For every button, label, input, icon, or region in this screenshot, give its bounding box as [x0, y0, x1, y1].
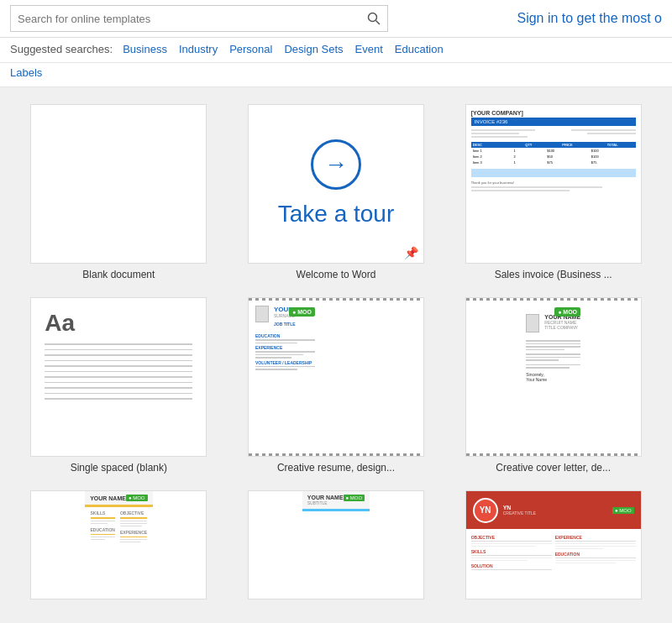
moo-badge: ● MOO — [289, 307, 315, 317]
yn-right: EXPERIENCE EDUCATION — [555, 532, 636, 595]
moo-badge-yn: ● MOO — [612, 507, 634, 514]
template-thumb-cover-moo: ● MOO YOUR NAME RECRUIT NAMETITLE COMPAN… — [465, 297, 642, 457]
yn-header: YN YN CREATIVE TITLE ● MOO — [466, 491, 641, 529]
template-item-blue-moo[interactable]: YOUR NAME SUBTITLE ● MOO — [234, 490, 438, 599]
suggested-link-design-sets[interactable]: Design Sets — [284, 43, 343, 55]
template-item-blank[interactable]: Blank document — [17, 104, 221, 280]
template-item-single[interactable]: Aa Single spaced (blank) — [17, 297, 221, 474]
resume-photo — [255, 306, 269, 322]
template-item-tour[interactable]: → Take a tour 📌 Welcome to Word — [234, 104, 438, 280]
yn-subname: CREATIVE TITLE — [503, 510, 537, 516]
template-thumb-invoice: [YOUR COMPANY] INVOICE #236 — [465, 104, 642, 264]
template-item-yn-resume[interactable]: YN YN CREATIVE TITLE ● MOO OBJECTIVE SKI… — [451, 490, 655, 599]
search-button[interactable] — [367, 12, 381, 25]
yn-section-experience: EXPERIENCE — [555, 535, 636, 540]
section-label-experience: EXPERIENCE — [255, 345, 315, 350]
header-bar: Sign in to get the most o — [0, 0, 672, 38]
yn-section-solution: SOLUTION — [471, 563, 552, 568]
pin-icon: 📌 — [404, 246, 418, 259]
template-name-resume-moo: Creative resume, design... — [277, 462, 395, 474]
yn-body: OBJECTIVE SKILLS SOLUTION EXPERIENCE — [466, 529, 641, 599]
template-thumb-blue-moo: YOUR NAME SUBTITLE ● MOO — [248, 490, 424, 599]
template-item-resume-moo[interactable]: ● MOO YOUR NAME SURNAME JOB TITLE EDUCAT… — [234, 297, 438, 474]
suggested-link-education[interactable]: Education — [395, 43, 444, 55]
template-item-cover-moo[interactable]: ● MOO YOUR NAME RECRUIT NAMETITLE COMPAN… — [451, 297, 655, 474]
template-name-blank: Blank document — [82, 269, 155, 280]
template-name-cover-moo: Creative cover letter, de... — [496, 462, 611, 474]
template-name-invoice: Sales invoice (Business ... — [495, 269, 612, 280]
template-thumb-yn-resume: YN YN CREATIVE TITLE ● MOO OBJECTIVE SKI… — [465, 490, 642, 599]
labels-row: Labels — [0, 63, 672, 87]
resume-border-bottom — [249, 453, 423, 456]
suggested-label: Suggested searches: — [10, 43, 113, 55]
suggested-link-personal[interactable]: Personal — [229, 43, 272, 55]
yn-left: OBJECTIVE SKILLS SOLUTION — [471, 532, 552, 595]
template-thumb-tour: → Take a tour 📌 — [248, 104, 424, 264]
yn-section-skills: SKILLS — [471, 549, 552, 554]
svg-line-1 — [376, 21, 381, 25]
moo-badge-cover: ● MOO — [554, 307, 580, 317]
template-name-tour: Welcome to Word — [297, 269, 376, 280]
svg-point-0 — [369, 13, 377, 22]
arrow-icon: → — [324, 151, 348, 178]
cover-border-bottom — [466, 453, 641, 456]
template-thumb-resume-moo: ● MOO YOUR NAME SURNAME JOB TITLE EDUCAT… — [248, 297, 424, 457]
section-label-education: EDUCATION — [255, 333, 315, 338]
aa-text: Aa — [45, 310, 75, 337]
suggested-searches-bar: Suggested searches: Business Industry Pe… — [0, 38, 672, 63]
line-group — [45, 343, 192, 404]
suggested-link-labels[interactable]: Labels — [10, 66, 42, 79]
tour-text: Take a tour — [278, 200, 395, 228]
yn-name-area: YN CREATIVE TITLE — [503, 505, 537, 516]
section-label-volunteer: VOLUNTEER / LEADERSHIP — [255, 360, 315, 365]
yn-name: YN — [503, 505, 537, 510]
search-input[interactable] — [18, 13, 367, 25]
template-item-invoice[interactable]: [YOUR COMPANY] INVOICE #236 — [451, 104, 655, 280]
template-thumb-blank — [30, 104, 207, 264]
search-icon — [367, 12, 381, 25]
template-name-single: Single spaced (blank) — [71, 462, 167, 474]
template-thumb-yellow-moo: YOUR NAME ● MOO SKILLS EDUCATION — [30, 490, 207, 599]
template-thumb-single: Aa — [30, 297, 207, 457]
yn-circle: YN — [473, 498, 498, 523]
template-grid: Blank document → Take a tour 📌 Welcome t… — [17, 104, 655, 599]
content-area: Blank document → Take a tour 📌 Welcome t… — [0, 87, 672, 616]
search-box[interactable] — [10, 5, 388, 32]
yn-section-education-yn: EDUCATION — [555, 552, 636, 557]
template-item-yellow-moo[interactable]: YOUR NAME ● MOO SKILLS EDUCATION — [17, 490, 221, 599]
yn-section-objective: OBJECTIVE — [471, 535, 552, 540]
sign-in-text[interactable]: Sign in to get the most o — [517, 11, 662, 26]
suggested-link-industry[interactable]: Industry — [179, 43, 218, 55]
suggested-link-event[interactable]: Event — [355, 43, 383, 55]
tour-arrow: → — [311, 139, 361, 190]
suggested-link-business[interactable]: Business — [123, 43, 167, 55]
